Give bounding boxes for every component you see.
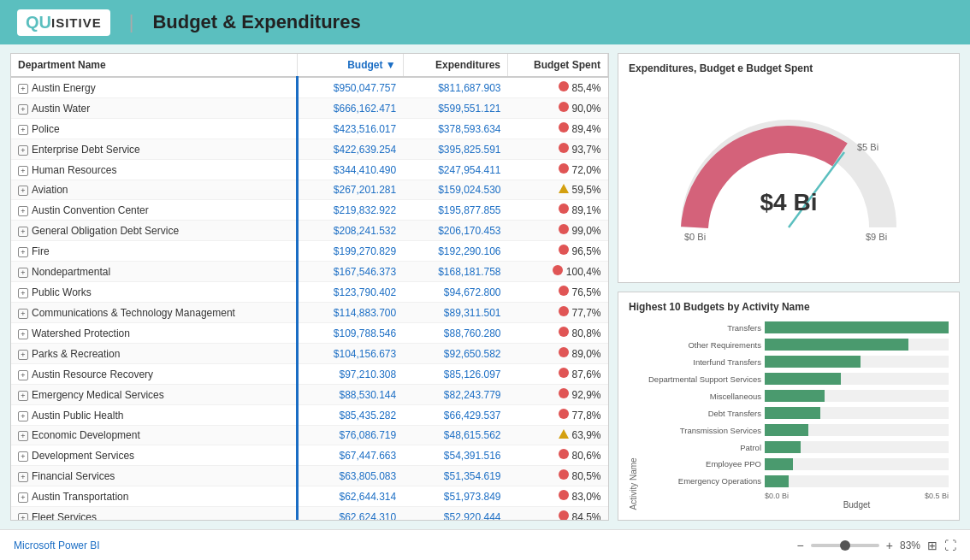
expand-icon[interactable]: + — [18, 391, 28, 401]
bar-label: Transfers — [642, 323, 761, 333]
y-axis-label: Activity Name — [629, 320, 638, 510]
col-budget-spent: Budget Spent — [508, 54, 608, 77]
x-axis: $0.0 Bi $0.5 Bi — [642, 492, 949, 500]
main-content: Department Name Budget ▼ Expenditures Bu… — [0, 44, 970, 529]
expenditure-value: $811,687.903 — [403, 77, 507, 98]
footer: Microsoft Power BI − + 83% ⊞ ⛶ — [0, 529, 970, 560]
bar-label: Other Requirements — [642, 340, 761, 350]
expenditure-value: $89,311.501 — [403, 303, 507, 323]
bar-row: Transmission Services — [642, 424, 949, 436]
indicator-red — [553, 265, 563, 275]
expand-icon[interactable]: + — [18, 451, 28, 462]
dept-name: +Development Services — [11, 445, 297, 466]
budget-value: $62,644.314 — [297, 486, 403, 507]
bar-fill — [765, 356, 861, 368]
budget-spent-value: 76,5% — [508, 282, 608, 303]
expenditure-value: $66,429.537 — [403, 405, 507, 426]
table-container[interactable]: Department Name Budget ▼ Expenditures Bu… — [11, 54, 608, 520]
budget-value: $67,447.663 — [297, 445, 403, 466]
bar-track — [765, 373, 949, 385]
dept-name: +Communications & Technology Management — [11, 303, 297, 323]
expand-icon[interactable]: + — [18, 472, 28, 482]
power-bi-link[interactable]: Microsoft Power BI — [14, 539, 100, 551]
expand-icon[interactable]: + — [18, 186, 28, 196]
expand-icon[interactable]: + — [18, 104, 28, 115]
expand-icon[interactable]: + — [18, 268, 28, 278]
table-row: +Austin Energy $950,047.757 $811,687.903… — [11, 77, 608, 98]
expand-icon[interactable]: + — [18, 288, 28, 298]
table-row: +Austin Public Health $85,435.282 $66,42… — [11, 405, 608, 426]
budget-spent-value: 63,9% — [508, 426, 608, 445]
bar-fill — [765, 475, 789, 487]
expenditure-value: $599,551.121 — [403, 98, 507, 119]
dept-name: +Human Resources — [11, 160, 297, 180]
expand-icon[interactable]: + — [18, 492, 28, 503]
expenditure-value: $395,825.591 — [403, 139, 507, 160]
budget-spent-value: 89,1% — [508, 200, 608, 221]
expand-icon[interactable]: + — [18, 411, 28, 421]
budget-spent-value: 80,8% — [508, 323, 608, 344]
dept-name: +Economic Development — [11, 426, 297, 445]
bar-fill — [765, 458, 793, 470]
bar-row: Interfund Transfers — [642, 356, 949, 368]
zoom-slider[interactable] — [811, 544, 879, 547]
expand-icon[interactable]: + — [18, 309, 28, 319]
table-row: +Austin Resource Recovery $97,210.308 $8… — [11, 364, 608, 385]
indicator-red — [559, 203, 569, 214]
col-department: Department Name — [11, 54, 297, 77]
budget-spent-value: 93,7% — [508, 139, 608, 160]
bar-row: Transfers — [642, 321, 949, 333]
expand-icon[interactable]: + — [18, 166, 28, 176]
dept-name: +Emergency Medical Services — [11, 385, 297, 405]
expand-icon[interactable]: + — [18, 84, 28, 94]
bar-fill — [765, 390, 825, 402]
indicator-red — [559, 368, 569, 378]
gauge-title: Expenditures, Budget e Budget Spent — [629, 62, 949, 74]
fit-page-icon[interactable]: ⊞ — [927, 539, 937, 552]
bar-track — [765, 424, 949, 436]
x-axis-title: Budget — [642, 500, 949, 510]
expand-icon[interactable]: + — [18, 125, 28, 135]
budget-value: $62,624.310 — [297, 507, 403, 521]
zoom-plus-button[interactable]: + — [886, 539, 893, 552]
indicator-red — [559, 245, 569, 255]
zoom-minus-button[interactable]: − — [797, 539, 804, 552]
expand-icon[interactable]: + — [18, 513, 28, 521]
expand-icon[interactable]: + — [18, 431, 28, 441]
table-row: +Police $423,516.017 $378,593.634 89,4% — [11, 119, 608, 139]
expand-icon[interactable]: + — [18, 227, 28, 237]
dept-name: +Aviation — [11, 180, 297, 200]
dept-name: +Watershed Protection — [11, 323, 297, 344]
expenditure-value: $92,650.582 — [403, 344, 507, 364]
col-budget[interactable]: Budget ▼ — [297, 54, 403, 77]
expand-icon[interactable]: + — [18, 370, 28, 380]
svg-text:$5 Bi: $5 Bi — [857, 142, 878, 152]
budget-value: $267,201.281 — [297, 180, 403, 200]
table-row: +Enterprise Debt Service $422,639.254 $3… — [11, 139, 608, 160]
indicator-red — [559, 327, 569, 337]
expenditure-value: $82,243.779 — [403, 385, 507, 405]
expand-icon[interactable]: + — [18, 329, 28, 339]
expand-icon[interactable]: + — [18, 206, 28, 216]
expand-icon[interactable]: + — [18, 145, 28, 156]
expand-icon[interactable]: + — [18, 350, 28, 360]
bar-fill — [765, 373, 841, 385]
bar-row: Debt Transfers — [642, 407, 949, 419]
budget-value: $88,530.144 — [297, 385, 403, 405]
budget-spent-value: 90,0% — [508, 98, 608, 119]
bar-chart-title: Highest 10 Budgets by Activity Name — [629, 301, 949, 313]
gauge-container: $4 Bi $0 Bi $9 Bi $5 Bi — [629, 81, 949, 272]
expenditure-value: $52,920.444 — [403, 507, 507, 521]
bar-label: Interfund Transfers — [642, 357, 761, 367]
bar-fill — [765, 339, 908, 351]
budget-spent-value: 77,7% — [508, 303, 608, 323]
bar-chart-panel: Highest 10 Budgets by Activity Name Acti… — [618, 292, 960, 522]
x-tick-0: $0.0 Bi — [765, 492, 789, 500]
bar-label: Emergency Operations — [642, 476, 761, 486]
expand-icon[interactable]: + — [18, 247, 28, 257]
svg-text:$4 Bi: $4 Bi — [760, 189, 818, 215]
bar-track — [765, 390, 949, 402]
fullscreen-icon[interactable]: ⛶ — [944, 539, 956, 552]
budget-spent-value: 89,4% — [508, 119, 608, 139]
table-row: +Fire $199,270.829 $192,290.106 96,5% — [11, 241, 608, 262]
